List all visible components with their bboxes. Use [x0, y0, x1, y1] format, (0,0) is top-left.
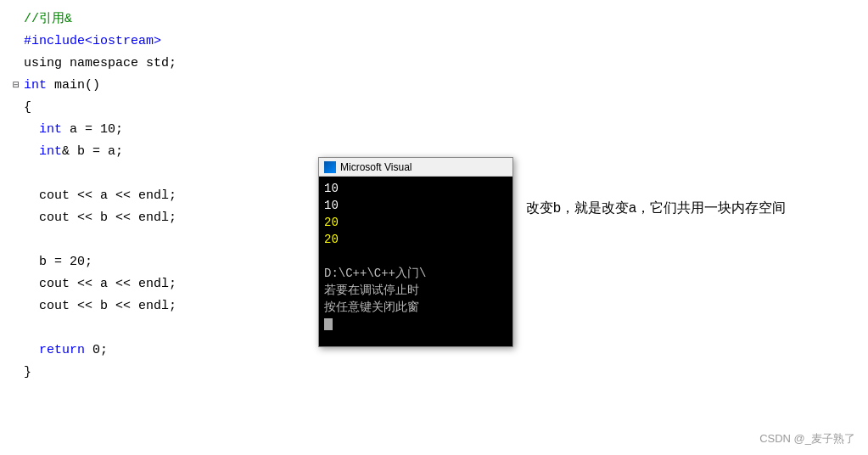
- terminal-line-7: 若要在调试停止时: [324, 282, 507, 299]
- cursor: [108, 341, 115, 353]
- code-cout-b1: cout << b << endl;: [39, 207, 176, 229]
- code-line-4: ⊟ int main(): [8, 75, 322, 97]
- terminal-body: 10 10 20 20 D:\C++\C++入门\ 若要在调试停止时 按任意键关…: [319, 177, 512, 346]
- code-line-7: int & b = a;: [8, 141, 322, 163]
- terminal-line-6: D:\C++\C++入门\: [324, 265, 507, 282]
- code-open-brace: {: [24, 97, 31, 119]
- terminal-line-4: 20: [324, 231, 507, 248]
- code-line-9: cout << a << endl;: [8, 185, 322, 207]
- code-keyword-int-b: int: [39, 141, 62, 163]
- code-b-assign-20: b = 20;: [39, 251, 92, 273]
- code-line-12: b = 20;: [8, 251, 322, 273]
- terminal-line-1: 10: [324, 180, 507, 197]
- code-line-6: int a = 10;: [8, 119, 322, 141]
- terminal-line-5: [324, 248, 507, 265]
- code-line-14: cout << b << endl;: [8, 295, 322, 317]
- code-line-3: using namespace std;: [8, 53, 322, 75]
- code-return-0: 0;: [85, 340, 108, 362]
- code-line-16: return 0;: [8, 340, 322, 362]
- code-keyword-int-a: int: [39, 119, 62, 141]
- code-line-8: [8, 163, 322, 185]
- code-using: using namespace std;: [24, 53, 176, 75]
- code-line-2: #include<iostream>: [8, 31, 322, 53]
- code-editor: //引用& #include<iostream> using namespace…: [8, 8, 322, 384]
- code-close-brace: }: [24, 362, 31, 384]
- code-line-1: //引用&: [8, 8, 322, 31]
- code-cout-a1: cout << a << endl;: [39, 185, 176, 207]
- code-main: main(): [47, 75, 100, 97]
- watermark: CSDN @_麦子熟了: [759, 431, 855, 447]
- code-line-15: [8, 317, 322, 340]
- code-comment-1: //引用&: [24, 8, 72, 31]
- code-line-10: cout << b << endl;: [8, 207, 322, 229]
- terminal-line-2: 10: [324, 197, 507, 214]
- code-line-13: cout << a << endl;: [8, 273, 322, 295]
- terminal-titlebar: Microsoft Visual: [319, 158, 512, 177]
- terminal-line-3: 20: [324, 214, 507, 231]
- code-cout-a2: cout << a << endl;: [39, 273, 176, 295]
- terminal-prompt-cursor: [324, 318, 333, 330]
- terminal-cursor-line: [324, 316, 507, 333]
- code-preprocessor: #include<iostream>: [24, 31, 161, 53]
- code-b-ref: & b = a;: [62, 141, 123, 163]
- terminal-line-8: 按任意键关闭此窗: [324, 299, 507, 316]
- code-line-5: {: [8, 97, 322, 119]
- code-line-17: }: [8, 362, 322, 384]
- code-keyword-int-main: int: [24, 75, 47, 97]
- code-a-assign: a = 10;: [62, 119, 123, 141]
- terminal-app-icon: [324, 161, 336, 173]
- code-line-11: [8, 229, 322, 251]
- terminal-window: Microsoft Visual 10 10 20 20 D:\C++\C++入…: [318, 157, 513, 347]
- code-keyword-return: return: [39, 340, 85, 362]
- annotation-text: 改变b，就是改变a，它们共用一块内存空间: [526, 199, 786, 217]
- terminal-title: Microsoft Visual: [340, 161, 412, 173]
- code-cout-b2: cout << b << endl;: [39, 295, 176, 317]
- gutter-collapse-4[interactable]: ⊟: [8, 75, 24, 97]
